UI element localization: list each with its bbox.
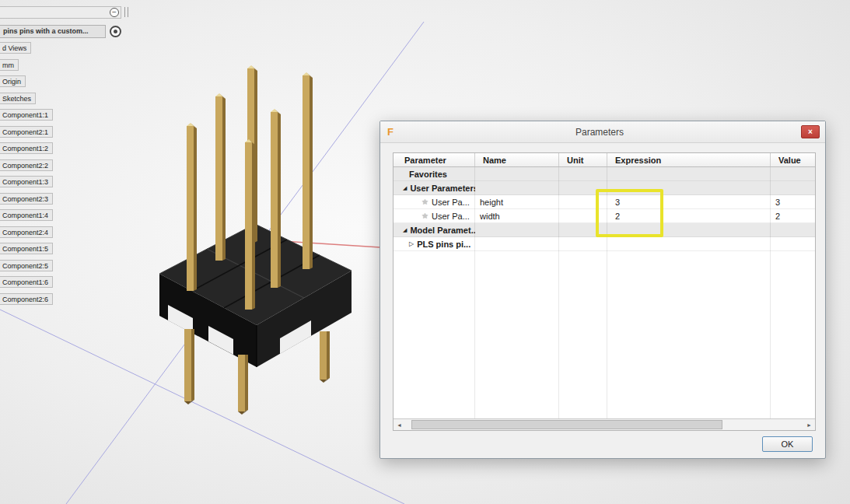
document-tab[interactable]: pins pins with a custom... [0,25,106,38]
browser-item[interactable]: Component2:5 [0,260,53,271]
value-cell: 2 [771,209,815,222]
horizontal-scrollbar[interactable]: ◄ ► [394,418,815,430]
browser-item[interactable]: mm [0,59,19,71]
pls-label: PLS pins pi... [417,240,470,249]
close-button[interactable]: × [801,125,820,138]
browser-item[interactable]: Component1:6 [0,276,53,288]
name-cell[interactable]: height [475,195,559,208]
browser-item[interactable]: Sketches [0,93,36,104]
scrollbar-thumb[interactable] [411,420,722,429]
browser-header[interactable]: − [0,6,121,19]
favorite-star-icon[interactable]: ★ [422,212,428,220]
scrollbar-track[interactable] [405,419,803,430]
column-header-expression[interactable]: Expression [607,153,771,166]
parameters-dialog: F Parameters × Parameter Name Unit Expre… [380,121,826,459]
expand-icon[interactable]: ◢ [403,185,407,191]
panel-divider [124,7,128,17]
column-header-parameter[interactable]: Parameter [394,153,475,166]
expand-icon[interactable]: ◢ [403,227,407,233]
table-row-height[interactable]: ★ User Pa... height 3 3 [394,195,815,209]
browser-item[interactable]: Component1:2 [0,142,53,154]
dialog-title: Parameters [398,127,801,138]
expression-cell[interactable]: 3 [607,195,771,208]
browser-item[interactable]: Component2:1 [0,126,53,138]
value-cell: 3 [771,195,815,208]
user-parameters-label: User Parameters [410,184,475,193]
collapse-browser-icon[interactable]: − [110,8,119,17]
fusion-logo-icon: F [387,126,398,138]
unit-cell[interactable] [559,209,607,222]
browser-item[interactable]: Component2:6 [0,293,53,305]
browser-item[interactable]: Component1:4 [0,209,53,221]
dialog-titlebar[interactable]: F Parameters × [380,121,825,143]
scroll-right-icon[interactable]: ► [803,419,815,430]
table-row-model-parameters[interactable]: ◢ Model Paramet... [394,223,815,237]
table-body: Favorites ◢ User Parameters + ★ User Pa.… [394,167,815,418]
parameter-cell: User Pa... [432,212,470,221]
name-cell[interactable]: width [475,209,559,222]
table-row-favorites[interactable]: Favorites [394,167,815,181]
expression-cell[interactable]: 2 [607,209,771,222]
parameter-cell: User Pa... [432,198,470,207]
collapse-icon[interactable]: ▷ [409,240,414,247]
minus-glyph: − [112,9,117,16]
favorite-star-icon[interactable]: ★ [422,198,428,206]
table-row-width[interactable]: ★ User Pa... width 2 2 [394,209,815,223]
browser-item[interactable]: Component1:5 [0,243,53,254]
table-header: Parameter Name Unit Expression Value [394,153,815,167]
column-header-value[interactable]: Value [771,153,815,166]
browser-item[interactable]: d Views [0,42,31,54]
browser-item[interactable]: Component2:3 [0,193,53,205]
radio-dot [114,30,117,33]
table-row-pls[interactable]: ▷ PLS pins pi... [394,237,815,251]
favorites-label: Favorites [409,170,447,179]
document-active-icon[interactable] [110,26,121,37]
column-header-unit[interactable]: Unit [559,153,607,166]
browser-item[interactable]: Component1:3 [0,176,53,187]
unit-cell[interactable] [559,195,607,208]
close-icon: × [808,128,813,136]
browser-item[interactable]: Component1:1 [0,109,53,121]
model-parameters-label: Model Paramet... [410,226,475,235]
scroll-left-icon[interactable]: ◄ [394,419,405,430]
ok-button[interactable]: OK [762,436,813,452]
pin-header-model[interactable] [159,65,352,415]
browser-item[interactable]: Origin [0,75,26,87]
column-header-name[interactable]: Name [475,153,559,166]
browser-item[interactable]: Component2:4 [0,226,53,238]
parameters-table: Parameter Name Unit Expression Value Fav… [393,152,816,431]
table-row-user-parameters[interactable]: ◢ User Parameters + [394,181,815,195]
browser-item[interactable]: Component2:2 [0,159,53,171]
browser-tree: d Views mm Origin Sketches Component1:1 … [0,42,53,305]
